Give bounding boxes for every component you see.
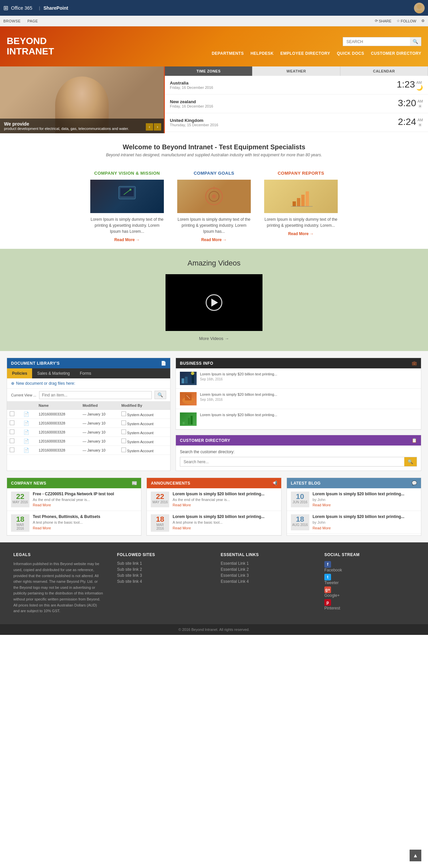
hero-prev-button[interactable]: ‹: [146, 123, 153, 131]
doc-search-button[interactable]: 🔍: [154, 391, 166, 399]
blog-item-1: 10 JUN 2016 Lorem Ipsum is simply $20 bi…: [287, 488, 421, 511]
announcements-title: ANNOUNCEMENTS: [151, 481, 190, 486]
more-videos-link[interactable]: More Videos: [199, 336, 229, 341]
svg-rect-25: [188, 418, 190, 425]
play-button[interactable]: [206, 294, 222, 311]
tab-forms[interactable]: Forms: [75, 368, 96, 378]
nav-helpdesk[interactable]: HELPDESK: [251, 51, 274, 56]
news-date-2: 18 MAR 2016: [11, 514, 29, 532]
row-name[interactable]: 1201600003328: [36, 428, 80, 437]
blog-read-more-2[interactable]: Read More: [313, 526, 331, 530]
card-reports-read-more[interactable]: Read More: [288, 231, 314, 236]
biz-item-2: Lorem Ipsum is simply $20 billion text p…: [176, 389, 421, 409]
social-twitter[interactable]: t Tweeter: [324, 574, 415, 585]
facebook-icon: f: [324, 561, 331, 568]
row-check[interactable]: [7, 446, 21, 455]
news-read-more-1[interactable]: Read More: [33, 503, 51, 507]
row-name[interactable]: 1201600003328: [36, 437, 80, 446]
play-triangle-icon: [211, 299, 218, 307]
row-name[interactable]: 1201600003328: [36, 419, 80, 428]
row-name[interactable]: 1201600003328: [36, 410, 80, 419]
row-name[interactable]: 1201600003328: [36, 446, 80, 455]
browse-button[interactable]: BROWSE: [3, 19, 21, 23]
nav-quick-docs[interactable]: QUICK DOCS: [337, 51, 365, 56]
nav-employee-directory[interactable]: EMPLOYEE DIRECTORY: [281, 51, 331, 56]
social-facebook[interactable]: f Facebook: [324, 561, 415, 572]
page-button[interactable]: PAGE: [27, 19, 38, 23]
social-googleplus[interactable]: g+ Google+: [324, 586, 415, 598]
svg-point-19: [191, 372, 194, 375]
announcement-item-1: 22 MAY 2016 Lorem Ipsum is simply $20 bi…: [147, 488, 281, 511]
essential-link-1[interactable]: Essential Link 1: [221, 561, 311, 566]
ann-read-more-2[interactable]: Read More: [173, 526, 191, 530]
social-pinterest[interactable]: p Pinterest: [324, 599, 415, 611]
tab-time-zones[interactable]: TIME ZONES: [165, 66, 253, 76]
news-icon: 📰: [132, 480, 137, 486]
follow-button[interactable]: ☆ FOLLOW: [397, 19, 416, 23]
nav-departments[interactable]: DEPARTMENTS: [212, 51, 244, 56]
news-read-more-2[interactable]: Read More: [33, 526, 51, 530]
welcome-section: Welcome to Beyond Intranet - Test Equipm…: [0, 133, 428, 164]
followed-link-2[interactable]: Sub site link 2: [117, 567, 207, 572]
grid-icon[interactable]: ⊞: [3, 4, 8, 12]
footer-legals: LEGALS Information published in this Bey…: [13, 552, 104, 614]
tab-calendar[interactable]: CALENDAR: [340, 66, 428, 76]
tz-newzealand: New zealand Friday, 16 December 2016 3:2…: [165, 94, 428, 113]
tab-weather[interactable]: WEATHER: [253, 66, 340, 76]
welcome-subtitle: Beyond intranet has designed, manufactur…: [13, 153, 415, 157]
card-vision-read-more[interactable]: Read More: [114, 238, 140, 242]
ribbon: BROWSE PAGE ⟳ SHARE ☆ FOLLOW ⚙: [0, 16, 428, 26]
top-bar: ⊞ Office 365 | SharePoint: [0, 0, 428, 16]
row-check[interactable]: [7, 419, 21, 428]
biz-thumb-2: [180, 392, 197, 405]
doc-new[interactable]: ⊕ New document or drag files here:: [7, 378, 170, 389]
tz-australia: Australia Friday, 16 December 2016 1:23 …: [165, 76, 428, 94]
svg-rect-24: [185, 420, 187, 425]
followed-link-4[interactable]: Sub site link 4: [117, 579, 207, 584]
row-modified-by: System Account: [119, 446, 170, 455]
news-date-1: 22 MAY 2016: [11, 492, 29, 507]
customer-search-input[interactable]: [180, 457, 404, 466]
hero-nav-arrows: ‹ ›: [146, 123, 161, 131]
col-modified[interactable]: Modified: [80, 401, 119, 410]
followed-link-1[interactable]: Sub site link 1: [117, 561, 207, 566]
hero-caption-text: product development for electrical, data…: [4, 127, 160, 131]
settings-icon[interactable]: ⚙: [421, 19, 425, 23]
row-icon: 📄: [21, 419, 36, 428]
table-header-row: Name Modified Modified By: [7, 401, 170, 410]
essential-link-3[interactable]: Essential Link 3: [221, 573, 311, 578]
avatar[interactable]: [414, 3, 425, 13]
followed-link-3[interactable]: Sub site link 3: [117, 573, 207, 578]
tab-sales-marketing[interactable]: Sales & Marketing: [32, 368, 75, 378]
videos-title: Amazing Videos: [13, 259, 415, 268]
doc-library-icon: 📄: [161, 361, 166, 366]
doc-search-input[interactable]: [39, 391, 152, 399]
logo-text: BEYOND INTRANET: [7, 36, 54, 57]
essential-link-2[interactable]: Essential Link 2: [221, 567, 311, 572]
card-goals-image: [177, 180, 251, 213]
blog-read-more-1[interactable]: Read More: [313, 503, 331, 507]
row-modified-by: System Account: [119, 419, 170, 428]
biz-thumb-3: [180, 412, 197, 426]
essential-link-4[interactable]: Essential Link 4: [221, 579, 311, 584]
search-button[interactable]: 🔍: [410, 37, 421, 46]
col-modified-by[interactable]: Modified By: [119, 401, 170, 410]
table-row: 📄 1201600003328 — January 10 System Acco…: [7, 410, 170, 419]
hero-section: We provide product development for elect…: [0, 66, 428, 133]
search-input[interactable]: [343, 37, 410, 46]
customer-search-button[interactable]: 🔍: [404, 457, 417, 466]
share-button[interactable]: ⟳ SHARE: [375, 19, 392, 23]
col-name[interactable]: Name: [36, 401, 80, 410]
video-player[interactable]: [166, 274, 262, 331]
hero-next-button[interactable]: ›: [154, 123, 161, 131]
tz-sun-icon-uk: ☀: [418, 122, 422, 128]
row-check[interactable]: [7, 437, 21, 446]
card-goals-read-more[interactable]: Read More: [201, 238, 227, 242]
ann-read-more-1[interactable]: Read More: [173, 503, 191, 507]
tab-policies[interactable]: Policies: [7, 368, 32, 378]
row-check[interactable]: [7, 428, 21, 437]
doc-table: Name Modified Modified By 📄 120160000332…: [7, 401, 170, 455]
nav-customer-directory[interactable]: CUSTOMER DIRECTORY: [371, 51, 421, 56]
company-news-title: COMPANY NEWS: [11, 481, 47, 486]
row-check[interactable]: [7, 410, 21, 419]
